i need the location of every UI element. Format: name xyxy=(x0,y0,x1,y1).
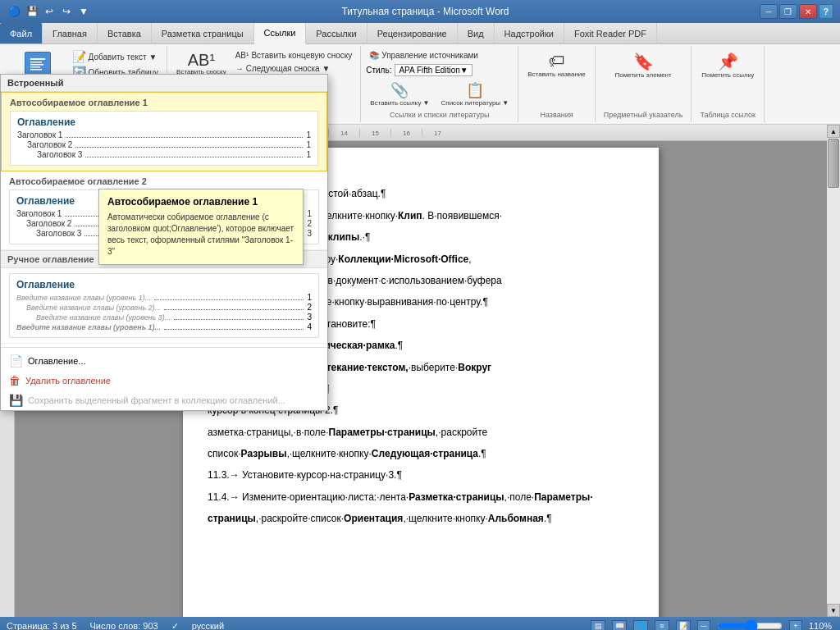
view-print-btn[interactable]: ▤ xyxy=(591,620,605,630)
toc-manual-line-1: Введите название главы (уровень 1)... 1 xyxy=(16,293,312,302)
insert-caption-label: Вставить название xyxy=(527,71,586,78)
toc-auto1-num-2: 1 xyxy=(306,140,311,149)
toc-auto1-line-1: Заголовок 1 1 xyxy=(17,130,311,139)
scroll-up-button[interactable]: ▲ xyxy=(827,125,840,138)
mark-label: Пометить элемент xyxy=(615,71,672,79)
mark-icon: 🔖 xyxy=(633,52,654,71)
tableref-group-label: Таблица ссылок xyxy=(696,111,759,119)
manage-sources-button[interactable]: 📚 Управление источниками xyxy=(366,49,482,62)
view-fullread-btn[interactable]: 📖 xyxy=(612,620,627,630)
zoom-minus-btn[interactable]: ─ xyxy=(697,620,710,630)
status-page: Страница: 3 из 5 xyxy=(7,621,77,630)
tab-home[interactable]: Главная xyxy=(43,23,98,43)
more-quick-btn[interactable]: ▼ xyxy=(76,4,91,19)
doc-line-13: азметка·страницы,·в·поле·Параметры·стран… xyxy=(208,424,634,441)
insert-endnote-label: Вставить концевую сноску xyxy=(251,51,352,60)
captions-group-content: 🏷 Вставить название xyxy=(523,49,590,109)
title-bar: 🔵 💾 ↩ ↪ ▼ Титульная страница - Microsoft… xyxy=(0,0,840,23)
manage-label: Управление источниками xyxy=(381,51,478,60)
next-footnote-icon: → xyxy=(235,64,244,73)
next-footnote-label: Следующая сноска ▼ xyxy=(246,64,331,73)
bibliography-button[interactable]: 📋 Список литературы ▼ xyxy=(437,79,514,109)
toc-dialog-button[interactable]: 📄 Оглавление... xyxy=(1,351,327,371)
doc-line-17: страницы,·раскройте·список·Ориентация,·щ… xyxy=(208,510,634,527)
ruler-14: 14 xyxy=(328,129,359,137)
view-web-btn[interactable]: 🌐 xyxy=(633,620,648,630)
manual-toc-label: Ручное оглавление xyxy=(7,254,94,264)
toc-footer-separator xyxy=(1,347,327,348)
mark-citation-icon: 📌 xyxy=(718,52,738,71)
mark-citation-button[interactable]: 📌 Пометить ссылку xyxy=(697,49,758,81)
minimize-button[interactable]: ─ xyxy=(760,4,778,19)
tableref-group-content: 📌 Пометить ссылку xyxy=(697,49,758,109)
zoom-level: 110% xyxy=(809,621,833,630)
tab-review[interactable]: Рецензирование xyxy=(368,23,458,43)
toc-auto1-item[interactable]: Автособираемое оглавление 1 Оглавление З… xyxy=(1,92,327,171)
tab-file[interactable]: Файл xyxy=(0,23,43,43)
svg-rect-0 xyxy=(30,58,45,60)
add-text-button[interactable]: 📝 Добавить текст ▼ xyxy=(69,49,162,64)
quick-access-toolbar: 💾 ↩ ↪ ▼ xyxy=(25,4,91,19)
bibliography-label: Список литературы ▼ xyxy=(441,99,509,107)
remove-toc-label: Удалить оглавление xyxy=(25,376,111,386)
endnote-icon: AB¹ xyxy=(235,51,249,60)
zoom-plus-btn[interactable]: + xyxy=(789,620,802,630)
tab-mailings[interactable]: Рассылки xyxy=(306,23,367,43)
insert-caption-button[interactable]: 🏷 Вставить название xyxy=(523,49,590,80)
remove-toc-button[interactable]: 🗑 Удалить оглавление xyxy=(1,371,327,390)
svg-rect-3 xyxy=(30,66,40,68)
toc-manual-item[interactable]: Оглавление Введите название главы (урове… xyxy=(1,268,327,344)
close-button[interactable]: ✕ xyxy=(799,4,817,19)
toc-auto1-line-3: Заголовок 3 1 xyxy=(17,150,311,159)
tab-addins[interactable]: Надстройки xyxy=(495,23,564,43)
status-lang: русский xyxy=(192,621,224,630)
toc-auto1-text-1: Заголовок 1 xyxy=(17,130,62,139)
zoom-slider[interactable] xyxy=(717,621,783,630)
citation-icon: 📎 xyxy=(390,81,409,99)
ribbon-tabs: Файл Главная Вставка Разметка страницы С… xyxy=(0,23,840,44)
help-button[interactable]: ? xyxy=(819,4,833,19)
style-dropdown-arrow: ▼ xyxy=(460,66,468,75)
remove-toc-icon: 🗑 xyxy=(9,374,21,387)
save-quick-btn[interactable]: 💾 xyxy=(25,4,39,19)
scrollbar-thumb[interactable] xyxy=(828,139,839,188)
toc-manual-line-3: Введите название главы (уровень 3)... 3 xyxy=(16,313,312,322)
title-bar-left: 🔵 💾 ↩ ↪ ▼ xyxy=(7,4,91,19)
tab-page-layout[interactable]: Разметка страницы xyxy=(152,23,254,43)
tab-insert[interactable]: Вставка xyxy=(98,23,152,43)
svg-rect-1 xyxy=(30,62,42,63)
style-label: Стиль: xyxy=(366,66,391,75)
mark-entry-button[interactable]: 🔖 Пометить элемент xyxy=(611,49,676,81)
scrollbar-track[interactable] xyxy=(827,138,840,604)
insert-citation-button[interactable]: 📎 Вставить ссылку ▼ xyxy=(366,79,433,109)
next-footnote-button[interactable]: → Следующая сноска ▼ xyxy=(232,62,356,75)
redo-quick-btn[interactable]: ↪ xyxy=(59,4,74,19)
tooltip-body: Автоматически собираемое оглавление (с з… xyxy=(107,212,294,258)
restore-button[interactable]: ❐ xyxy=(779,4,797,19)
scroll-down-button[interactable]: ▼ xyxy=(827,604,840,617)
insert-endnote-button[interactable]: AB¹ Вставить концевую сноску xyxy=(232,49,356,62)
doc-line-15: 11.3.→ Установите·курсор·на·страницу·3.¶ xyxy=(208,467,634,483)
tab-references[interactable]: Ссылки xyxy=(254,23,307,44)
doc-line-16: 11.4.→ Измените·ориентацию·листа:·лента·… xyxy=(208,489,634,505)
bibliography-icon: 📋 xyxy=(466,81,484,99)
toc-auto1-num-3: 1 xyxy=(306,150,311,159)
index-group-content: 🔖 Пометить элемент xyxy=(611,49,676,109)
caption-icon: 🏷 xyxy=(549,52,565,71)
tab-foxit[interactable]: Foxit Reader PDF xyxy=(564,23,657,43)
tab-view[interactable]: Вид xyxy=(458,23,495,43)
captions-group-label: Названия xyxy=(536,111,576,119)
toc-manual-preview: Оглавление Введите название главы (урове… xyxy=(9,273,319,338)
footnote-icon: AB¹ xyxy=(188,52,215,68)
undo-quick-btn[interactable]: ↩ xyxy=(42,4,57,19)
add-text-icon: 📝 xyxy=(72,51,86,62)
view-draft-btn[interactable]: 📝 xyxy=(676,620,691,630)
view-outline-btn[interactable]: ≡ xyxy=(655,620,669,630)
save-selection-button[interactable]: 💾 Сохранить выделенный фрагмент в коллек… xyxy=(1,390,327,410)
insert-citation-label: Вставить ссылку ▼ xyxy=(370,99,429,107)
citations-group-label: Ссылки и списки литературы xyxy=(386,111,492,119)
style-dropdown[interactable]: APA Fifth Edition ▼ xyxy=(395,64,472,76)
window-title: Титульная страница - Microsoft Word xyxy=(341,6,509,17)
ribbon-group-index: 🔖 Пометить элемент Предметный указатель xyxy=(596,46,692,122)
doc-line-14: список·Разрывы,·щелкните·кнопку·Следующа… xyxy=(208,445,634,462)
